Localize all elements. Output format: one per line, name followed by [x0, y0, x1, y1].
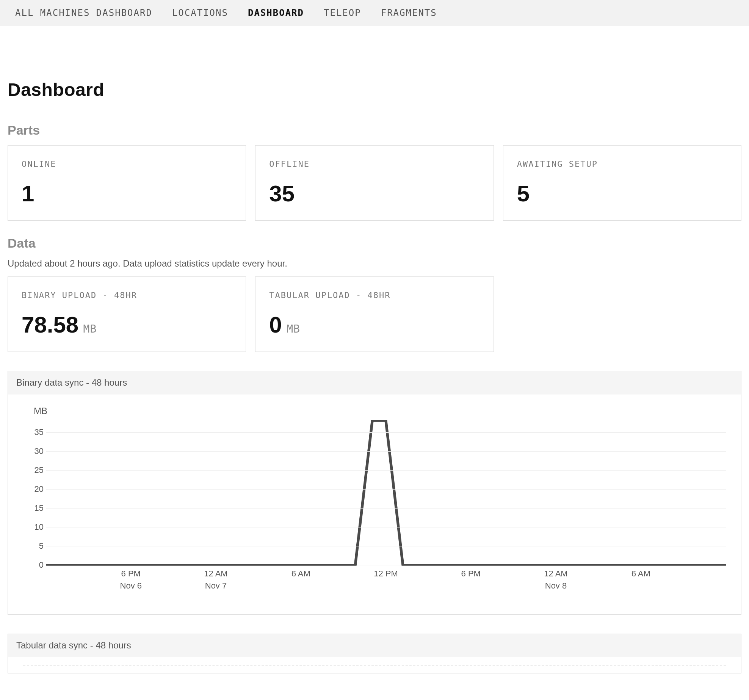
chart-gridline: [46, 432, 726, 433]
chart-gridline: [46, 565, 726, 565]
card-unit: MB: [287, 323, 300, 335]
chart-x-tick-time: 12 AM: [544, 569, 567, 579]
chart-x-tick-time: 6 AM: [631, 569, 650, 579]
card-value: 35: [269, 182, 295, 205]
card-binary-upload[interactable]: BINARY UPLOAD - 48HR 78.58 MB: [8, 276, 246, 352]
chart-panel-binary: Binary data sync - 48 hours MB 051015202…: [8, 371, 741, 615]
section-title-data: Data: [8, 236, 741, 251]
page-content: Dashboard Parts ONLINE 1 OFFLINE 35 AWAI…: [0, 26, 749, 689]
chart-y-tick: 10: [27, 522, 44, 532]
chart-x-tick: 12 PM: [374, 569, 398, 579]
card-online[interactable]: ONLINE 1: [8, 145, 246, 221]
parts-cards: ONLINE 1 OFFLINE 35 AWAITING SETUP 5: [8, 145, 741, 221]
card-value: 78.58: [22, 314, 78, 336]
chart-y-tick: 15: [27, 503, 44, 513]
nav-all-machines-dashboard[interactable]: ALL MACHINES DASHBOARD: [15, 8, 152, 18]
chart-x-tick: 6 AM: [291, 569, 310, 579]
chart-svg: [46, 421, 726, 565]
chart-series-line: [46, 421, 726, 565]
chart-x-axis: 6 PMNov 612 AMNov 76 AM12 PM6 PM12 AMNov…: [46, 569, 726, 599]
chart-x-tick: 12 AMNov 7: [204, 569, 227, 591]
chart-x-tick-time: 6 AM: [291, 569, 310, 579]
card-offline[interactable]: OFFLINE 35: [255, 145, 494, 221]
chart-x-tick-date: Nov 6: [120, 581, 142, 591]
card-label: AWAITING SETUP: [517, 159, 727, 169]
data-cards: BINARY UPLOAD - 48HR 78.58 MB TABULAR UP…: [8, 276, 741, 352]
card-tabular-upload[interactable]: TABULAR UPLOAD - 48HR 0 MB: [255, 276, 494, 352]
card-label: OFFLINE: [269, 159, 479, 169]
card-label: ONLINE: [22, 159, 232, 169]
top-nav: ALL MACHINES DASHBOARD LOCATIONS DASHBOA…: [0, 0, 749, 26]
card-value: 1: [22, 182, 34, 205]
card-label: TABULAR UPLOAD - 48HR: [269, 290, 479, 300]
chart-x-tick: 6 AM: [631, 569, 650, 579]
chart-gridline: [46, 508, 726, 509]
chart-placeholder-line: [23, 665, 726, 669]
card-unit: MB: [83, 323, 97, 335]
chart-gridline: [46, 546, 726, 546]
chart-x-tick-time: 6 PM: [461, 569, 481, 579]
chart-y-tick: 30: [27, 446, 44, 456]
chart-gridline: [46, 451, 726, 452]
chart-gridline: [46, 527, 726, 527]
chart-x-tick: 6 PM: [461, 569, 481, 579]
nav-dashboard[interactable]: DASHBOARD: [248, 8, 304, 18]
chart-panel-tabular: Tabular data sync - 48 hours: [8, 634, 741, 673]
section-title-parts: Parts: [8, 123, 741, 138]
card-value: 5: [517, 182, 530, 205]
chart-y-unit: MB: [34, 406, 726, 416]
chart-x-tick: 12 AMNov 8: [544, 569, 567, 591]
nav-fragments[interactable]: FRAGMENTS: [381, 8, 437, 18]
chart-y-tick: 25: [27, 465, 44, 475]
chart-gridline: [46, 489, 726, 490]
chart-x-tick-time: 12 AM: [204, 569, 227, 579]
chart-x-tick-date: Nov 8: [544, 581, 567, 591]
page-title: Dashboard: [8, 79, 741, 100]
nav-locations[interactable]: LOCATIONS: [172, 8, 228, 18]
chart-title: Tabular data sync - 48 hours: [8, 634, 741, 657]
card-awaiting-setup[interactable]: AWAITING SETUP 5: [503, 145, 741, 221]
chart-x-tick-date: Nov 7: [204, 581, 227, 591]
chart-x-tick-time: 6 PM: [120, 569, 142, 579]
chart-y-tick: 35: [27, 427, 44, 437]
nav-teleop[interactable]: TELEOP: [324, 8, 361, 18]
chart-x-tick-time: 12 PM: [374, 569, 398, 579]
card-label: BINARY UPLOAD - 48HR: [22, 290, 232, 300]
chart-y-tick: 5: [27, 541, 44, 551]
card-value: 0: [269, 314, 282, 336]
chart-x-tick: 6 PMNov 6: [120, 569, 142, 591]
data-updated-subtitle: Updated about 2 hours ago. Data upload s…: [8, 258, 741, 269]
chart-y-tick: 20: [27, 484, 44, 494]
chart-y-tick: 0: [27, 560, 44, 570]
chart-plot-area: 05101520253035: [46, 421, 726, 565]
chart-gridline: [46, 470, 726, 471]
chart-title: Binary data sync - 48 hours: [8, 371, 741, 394]
